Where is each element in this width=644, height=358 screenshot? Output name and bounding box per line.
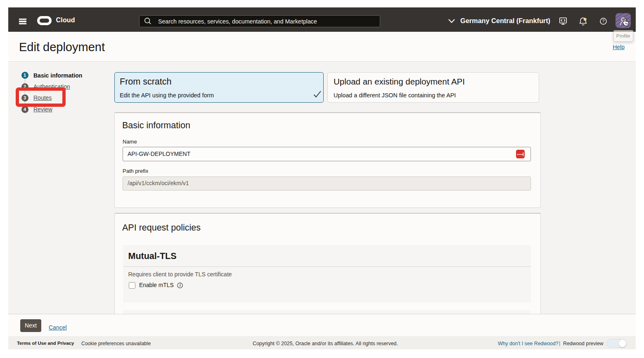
svg-text:?: ? — [602, 19, 605, 24]
svg-text:i: i — [179, 283, 180, 287]
